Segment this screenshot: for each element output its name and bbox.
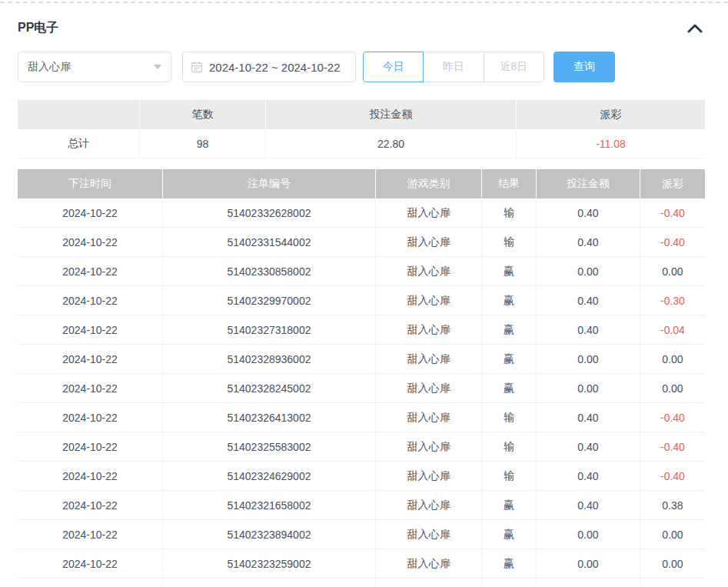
quick-date-button-group: 今日 昨日 近8日 <box>363 52 544 82</box>
pp-section: PP电子 甜入心扉 2024-10-22 ~ 2024-10-22 今日 <box>0 20 728 587</box>
table-row: 2024-10-2251402332628002甜入心扉输0.40-0.40 <box>18 198 705 228</box>
summary-bet-amount-value: 22.80 <box>266 129 517 158</box>
payout-cell <box>640 579 705 587</box>
game-select[interactable]: 甜入心扉 <box>18 52 171 82</box>
table-row: 2024-10-2251402329970002甜入心扉赢0.40-0.30 <box>18 286 705 315</box>
result-cell: 输 <box>482 403 537 432</box>
game-type-cell: 甜入心扉 <box>376 432 482 461</box>
payout-cell: 0.00 <box>640 549 705 578</box>
payout-cell: -0.40 <box>640 228 705 256</box>
date-range-value: 2024-10-22 ~ 2024-10-22 <box>209 61 341 74</box>
bet-amount-cell: 0.40 <box>537 315 640 344</box>
bet-amount-cell: 0.40 <box>537 432 640 461</box>
last-8-days-button[interactable]: 近8日 <box>484 52 544 82</box>
game-type-cell: 甜入心扉 <box>376 198 482 227</box>
bet-time-cell: 2024-10-22 <box>18 315 163 344</box>
game-type-cell: 甜入心扉 <box>376 286 482 315</box>
result-cell: 赢 <box>482 520 537 549</box>
result-cell: 输 <box>482 432 537 461</box>
date-range-picker[interactable]: 2024-10-22 ~ 2024-10-22 <box>182 52 356 82</box>
chevron-up-icon <box>687 24 703 33</box>
game-type-cell: 甜入心扉 <box>376 315 482 344</box>
payout-cell: -0.40 <box>640 198 705 227</box>
collapse-section-button[interactable] <box>686 22 703 35</box>
bet-time-cell: 2024-10-22 <box>18 374 163 402</box>
bet-time-cell: 2024-10-22 <box>18 228 163 256</box>
table-row: 2024-10-2251402331544002甜入心扉输0.40-0.40 <box>18 228 705 257</box>
summary-total-label: 总计 <box>18 129 140 158</box>
result-cell: 输 <box>482 198 537 227</box>
bet-time-cell: 2024-10-22 <box>18 432 163 461</box>
page-title: PP电子 <box>18 20 58 36</box>
yesterday-button[interactable]: 昨日 <box>423 52 484 82</box>
result-cell: 赢 <box>482 257 537 285</box>
game-type-cell: 甜入心扉 <box>376 520 482 549</box>
result-cell: 赢 <box>482 315 537 344</box>
payout-cell: 0.00 <box>640 520 705 549</box>
order-id-cell: 51402328936002 <box>163 345 376 373</box>
table-row: 2024-10-2251402328936002甜入心扉赢0.000.00 <box>18 345 705 374</box>
game-type-cell: 甜入心扉 <box>376 257 482 285</box>
summary-header-count: 笔数 <box>140 100 266 129</box>
header-game-type: 游戏类别 <box>376 169 482 198</box>
bet-amount-cell: 0.40 <box>537 462 640 490</box>
payout-cell: -0.04 <box>640 315 705 344</box>
payout-cell: -0.40 <box>640 462 705 490</box>
bet-time-cell: 2024-10-22 <box>18 520 163 549</box>
result-cell: 赢 <box>482 549 537 578</box>
order-id-cell: 51402332628002 <box>163 198 376 227</box>
order-id-cell: 51402323259002 <box>163 549 376 578</box>
game-type-cell: 甜入心扉 <box>376 403 482 432</box>
game-select-value: 甜入心扉 <box>28 60 154 74</box>
summary-table: 笔数 投注金额 派彩 总计 98 22.80 -11.08 <box>18 100 705 158</box>
filter-bar: 甜入心扉 2024-10-22 ~ 2024-10-22 今日 昨日 近8日 查… <box>18 52 705 82</box>
order-id-cell: 51402326413002 <box>163 403 376 432</box>
order-id-cell: 51402330858002 <box>163 257 376 285</box>
bet-time-cell: 2024-10-22 <box>18 257 163 285</box>
payout-cell: 0.00 <box>640 374 705 402</box>
summary-header-bet-amount: 投注金额 <box>266 100 517 129</box>
summary-payout-value: -11.08 <box>517 129 705 158</box>
bet-time-cell: 2024-10-22 <box>18 549 163 578</box>
bet-amount-cell <box>537 579 640 587</box>
bet-time-cell <box>18 579 163 587</box>
table-row: 2024-10-2251402324629002甜入心扉输0.40-0.40 <box>18 462 705 491</box>
order-id-cell: 51402324629002 <box>163 462 376 490</box>
bet-amount-cell: 0.40 <box>537 198 640 227</box>
bet-time-cell: 2024-10-22 <box>18 286 163 315</box>
bet-amount-cell: 0.40 <box>537 286 640 315</box>
chevron-down-icon <box>154 65 161 69</box>
table-row: 2024-10-2251402326413002甜入心扉输0.40-0.40 <box>18 403 705 432</box>
order-id-cell: 51402329970002 <box>163 286 376 315</box>
bets-table-header: 下注时间 注单编号 游戏类别 结果 投注金额 派彩 <box>18 169 705 198</box>
bet-time-cell: 2024-10-22 <box>18 345 163 373</box>
summary-total-row: 总计 98 22.80 -11.08 <box>18 129 705 158</box>
bet-amount-cell: 0.40 <box>537 491 640 519</box>
result-cell: 输 <box>482 228 537 256</box>
query-button[interactable]: 查询 <box>553 52 615 82</box>
summary-header-payout: 派彩 <box>517 100 705 129</box>
header-result: 结果 <box>482 169 537 198</box>
table-row: 2024-10-2251402330858002甜入心扉赢0.000.00 <box>18 257 705 286</box>
bet-time-cell: 2024-10-22 <box>18 462 163 490</box>
today-button[interactable]: 今日 <box>363 52 424 82</box>
summary-header-blank <box>18 100 140 129</box>
order-id-cell: 51402327318002 <box>163 315 376 344</box>
bet-time-cell: 2024-10-22 <box>18 403 163 432</box>
header-bet-time: 下注时间 <box>18 169 163 198</box>
bet-amount-cell: 0.00 <box>537 374 640 402</box>
order-id-cell: 51402321658002 <box>163 491 376 519</box>
order-id-cell: 51402328245002 <box>163 374 376 402</box>
header-bet-amount: 投注金额 <box>537 169 640 198</box>
bets-table: 下注时间 注单编号 游戏类别 结果 投注金额 派彩 2024-10-225140… <box>18 169 705 587</box>
calendar-icon <box>191 61 203 73</box>
bet-amount-cell: 0.00 <box>537 520 640 549</box>
result-cell: 赢 <box>482 286 537 315</box>
order-id-cell: 51402323894002 <box>163 520 376 549</box>
top-dashed-divider <box>0 2 728 3</box>
game-type-cell: 甜入心扉 <box>376 374 482 402</box>
header-order-id: 注单编号 <box>163 169 376 198</box>
bet-amount-cell: 0.00 <box>537 549 640 578</box>
result-cell: 赢 <box>482 491 537 519</box>
table-body: 2024-10-2251402332628002甜入心扉输0.40-0.4020… <box>18 198 705 587</box>
